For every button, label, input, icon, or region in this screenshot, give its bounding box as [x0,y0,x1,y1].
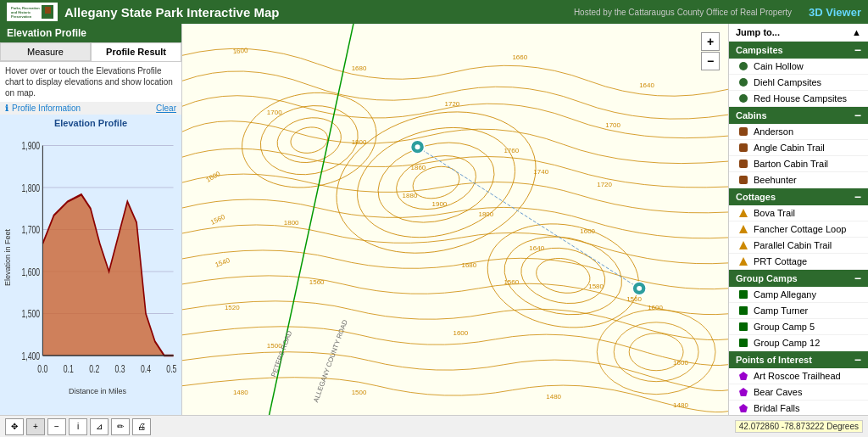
header: Parks, Recreation and Historic Preservat… [0,0,868,24]
svg-point-76 [415,144,420,149]
tab-profile-result[interactable]: Profile Result [91,42,181,61]
legend-item-parallel-cabin[interactable]: Parallel Cabin Trail [729,238,868,254]
poi-icon [737,386,749,398]
left-panel-header: Elevation Profile [0,24,181,42]
legend-item-camp-allegany[interactable]: Camp Allegany [729,287,868,303]
legend-item-beehunter[interactable]: Beehunter [729,172,868,188]
svg-text:1700: 1700 [605,121,620,129]
svg-text:1,800: 1,800 [21,182,40,193]
svg-text:1740: 1740 [533,168,548,176]
header-logo: Parks, Recreation and Historic Preservat… [7,3,58,21]
left-panel-hint: Hover over or touch the Elevations Profi… [0,62,181,102]
svg-text:Preservation: Preservation [11,14,32,19]
elevation-chart-svg[interactable]: 1,900 1,800 1,700 1,600 1,500 1,400 0. [17,132,178,384]
svg-text:1,400: 1,400 [21,350,40,361]
tab-measure[interactable]: Measure [0,42,91,61]
draw-button[interactable]: ✏ [111,418,130,435]
zoom-controls: + − [701,32,720,70]
svg-text:0.1: 0.1 [64,362,74,374]
svg-text:1520: 1520 [225,304,240,311]
svg-text:1660: 1660 [512,53,527,61]
legend-item-cain-hollow[interactable]: Cain Hollow [729,59,868,75]
map-svg[interactable]: 1600 1680 1660 1640 1700 1720 1700 1800 … [182,24,728,415]
section-header-campsites[interactable]: Campsites − [729,42,868,59]
legend-item-prt-cottage[interactable]: PRT Cottage [729,254,868,270]
section-header-poi[interactable]: Points of Interest − [729,351,868,368]
svg-text:1600: 1600 [648,304,663,311]
svg-text:1860: 1860 [411,164,426,171]
left-panel-tabs: Measure Profile Result [0,42,181,62]
legend-item-diehl[interactable]: Diehl Campsites [729,75,868,91]
legend-item-angle-cabin[interactable]: Angle Cabin Trail [729,140,868,156]
camp-icon [737,305,749,317]
svg-text:1580: 1580 [588,283,604,290]
cottage-icon [737,255,749,267]
elevation-chart-container: Elevation Profile Elevation in Feet 1,90… [0,115,181,415]
profile-clear-button[interactable]: Clear [156,104,176,113]
svg-text:1560: 1560 [504,278,519,286]
print-button[interactable]: 🖨 [132,418,151,435]
campsites-toggle[interactable]: − [854,44,861,56]
jump-to-toggle[interactable]: ▲ [852,27,861,37]
legend-item-anderson[interactable]: Anderson [729,124,868,140]
zoom-in-button[interactable]: + [26,418,45,435]
identify-button[interactable]: i [69,418,87,435]
svg-point-78 [637,286,642,291]
zoom-out-map-button[interactable]: − [701,52,720,70]
legend-item-group-camp-5[interactable]: Group Camp 5 [729,319,868,335]
svg-text:1640: 1640 [639,81,654,89]
svg-text:1600: 1600 [232,47,248,56]
legend-item-camp-turner[interactable]: Camp Turner [729,303,868,319]
right-panel: Jump to... ▲ Campsites − Cain Hollow Die… [728,24,868,415]
measure-button[interactable]: ⊿ [90,418,108,435]
legend-item-group-camp-12[interactable]: Group Camp 12 [729,335,868,351]
profile-info-bar: ℹ Profile Information Clear [0,102,181,115]
svg-text:1480: 1480 [673,401,688,409]
poi-icon [737,370,749,382]
zoom-out-button[interactable]: − [47,418,66,435]
section-header-cabins[interactable]: Cabins − [729,107,868,124]
pan-tool-button[interactable]: ✥ [5,418,24,435]
legend-item-bear-caves[interactable]: Bear Caves [729,384,868,401]
poi-toggle[interactable]: − [854,354,861,366]
legend-item-art-roscoe[interactable]: Art Roscoe Trailhead [729,368,868,384]
svg-text:1800: 1800 [478,210,493,218]
svg-marker-18 [42,194,173,356]
cottage-icon [737,223,749,235]
svg-text:1560: 1560 [309,278,325,286]
poi-icon [737,402,749,414]
campsite-icon [737,76,749,88]
cabins-toggle[interactable]: − [854,109,861,121]
camp-icon [737,321,749,333]
cottages-toggle[interactable]: − [854,191,861,203]
group-camps-toggle[interactable]: − [854,272,861,284]
svg-text:1800: 1800 [352,138,367,146]
header-hosted-text: Hosted by the Cattaraugus County Office … [574,8,792,17]
legend-item-barton-cabin[interactable]: Barton Cabin Trail [729,156,868,172]
cottage-icon [737,207,749,219]
legend-item-bova-trail[interactable]: Bova Trail [729,205,868,221]
svg-text:1,900: 1,900 [21,140,40,152]
svg-text:1560: 1560 [626,295,642,303]
legend-item-red-house[interactable]: Red House Campsites [729,91,868,107]
svg-text:1480: 1480 [233,389,248,396]
legend-item-fancher[interactable]: Fancher Cottage Loop [729,221,868,238]
profile-info-label: Profile Information [12,104,156,113]
svg-text:1600: 1600 [580,227,595,235]
svg-text:1680: 1680 [461,261,476,269]
svg-text:1880: 1880 [403,192,418,199]
svg-text:1640: 1640 [529,244,544,252]
zoom-in-map-button[interactable]: + [701,32,720,51]
cottage-icon [737,239,749,251]
map-container[interactable]: 1600 1680 1660 1640 1700 1720 1700 1800 … [182,24,728,415]
camp-icon [737,337,749,349]
coordinates-bar: 42.072860 -78.873222 Degrees [735,420,863,433]
y-axis-label: Elevation in Feet [3,132,17,384]
main-content: Elevation Profile Measure Profile Result… [0,24,868,415]
svg-text:1480: 1480 [546,393,561,401]
svg-text:0.2: 0.2 [89,362,99,374]
section-header-group-camps[interactable]: Group Camps − [729,270,868,287]
header-3d-viewer[interactable]: 3D Viewer [809,6,861,19]
legend-item-bridal-falls[interactable]: Bridal Falls [729,401,868,415]
section-header-cottages[interactable]: Cottages − [729,188,868,205]
